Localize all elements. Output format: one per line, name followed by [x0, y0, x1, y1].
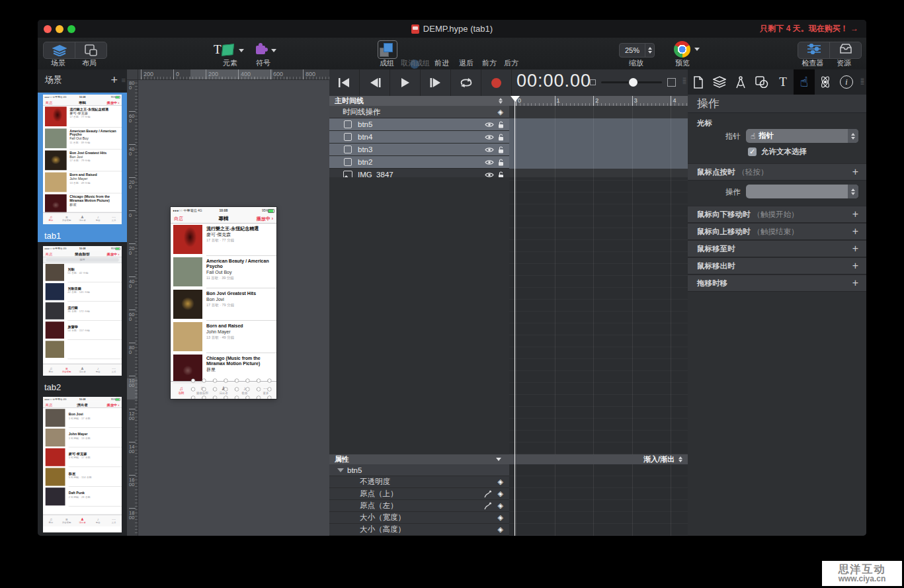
tab-metrics[interactable] [730, 69, 751, 95]
property-row[interactable]: 大小（宽度） ◈ [329, 512, 509, 524]
zoom-stepper-arrows[interactable] [645, 44, 654, 57]
album-row[interactable]: American Beauty / American Psycho Fall O… [171, 256, 276, 288]
properties-track-area[interactable] [509, 464, 688, 536]
playhead-marker-icon[interactable] [511, 96, 520, 102]
tab-text[interactable]: T [772, 69, 794, 95]
timeline-zoom-slider[interactable] [601, 81, 662, 83]
album-row[interactable]: 流行樂之王-永恆紀念精選 麥可·傑克森 17 首歌 · 77 分鐘 [171, 224, 276, 256]
lock-icon[interactable] [498, 121, 504, 128]
keyframe-diamond-icon[interactable]: ◈ [498, 108, 503, 116]
timeline-selector[interactable]: 主时间线 [329, 96, 509, 106]
properties-collapse-icon[interactable] [496, 458, 501, 461]
title-bar[interactable]: DEMP.hype (tab1) 只剩下 4 天。现在购买！ → [38, 20, 866, 38]
lock-icon[interactable] [498, 159, 504, 166]
next-frame-button[interactable] [421, 69, 451, 96]
record-button[interactable] [481, 69, 512, 96]
visibility-eye-icon[interactable] [485, 159, 494, 165]
element-checkbox-icon[interactable] [344, 146, 352, 153]
element-checkbox-icon[interactable] [344, 120, 352, 128]
property-row[interactable]: 大小（高度） ◈ [329, 524, 509, 536]
scenes-panel-menu-icon[interactable]: ≡ [122, 76, 126, 84]
timeline-actions-row[interactable]: 时间线操作 ◈ [329, 106, 509, 118]
now-playing-link[interactable]: 播放中 › [257, 216, 273, 222]
resources-toggle-button[interactable] [830, 42, 861, 58]
add-action-button[interactable]: + [852, 243, 858, 255]
play-button[interactable] [390, 69, 421, 96]
event-section[interactable]: 鼠标向下移动时 （触摸开始） + [688, 206, 866, 223]
jump-to-start-button[interactable] [329, 69, 360, 96]
add-action-button[interactable]: + [852, 166, 858, 178]
easing-curve-icon[interactable] [483, 502, 492, 510]
add-action-button[interactable]: + [852, 277, 858, 289]
timeline-menu-icon[interactable]: ≡≡ [682, 77, 686, 84]
previous-frame-button[interactable] [360, 69, 390, 96]
tab-document[interactable] [688, 69, 709, 95]
canvas-area[interactable]: 2000200400600800 80060040020002004006008… [127, 69, 330, 536]
easing-curve-icon[interactable] [483, 490, 492, 498]
loop-button[interactable] [451, 69, 481, 96]
add-action-button[interactable]: + [852, 260, 858, 272]
tab-element[interactable] [751, 69, 772, 95]
zoom-slider-knob[interactable] [629, 78, 637, 87]
btn2[interactable]: btn2 [329, 156, 509, 169]
event-section[interactable]: 鼠标向上移动时 （触摸结束） + [688, 223, 866, 240]
allow-text-selection-checkbox[interactable]: ✓ [748, 147, 757, 156]
keyframe-diamond-icon[interactable]: ◈ [498, 525, 503, 534]
keyframe-diamond-icon[interactable]: ◈ [498, 489, 503, 498]
visibility-eye-icon[interactable] [485, 147, 494, 153]
zoom-in-icon[interactable] [667, 78, 676, 87]
scene-thumbnail-3[interactable]: ●●●○○ 中華電信 4G 10:08 95% 商店 演出者 播放中 › [43, 397, 122, 532]
action-dropdown[interactable] [746, 185, 858, 198]
property-group-row[interactable]: btn5 [329, 464, 509, 476]
playhead-line[interactable] [514, 96, 515, 536]
pointer-dropdown[interactable]: ☝ 指针 [746, 129, 858, 143]
buy-now-link[interactable]: 只剩下 4 天。现在购买！ → [760, 20, 858, 38]
zoom-out-icon[interactable] [590, 79, 596, 85]
event-section[interactable]: 鼠标移至时 + [688, 240, 866, 257]
track-row-actions[interactable] [509, 106, 688, 118]
add-action-button[interactable]: + [852, 208, 858, 220]
keyframe-diamond-icon[interactable]: ◈ [498, 478, 503, 486]
add-scene-button[interactable]: + [110, 73, 118, 87]
inspector-toggle-button[interactable] [798, 42, 830, 58]
scenes-toggle-button[interactable] [44, 42, 75, 58]
visibility-eye-icon[interactable] [485, 122, 494, 128]
property-row[interactable]: 原点（上） ◈ [329, 488, 509, 500]
allow-text-selection-row[interactable]: ✓ 允许文本选择 [748, 147, 807, 157]
scene-thumbnail-tab2[interactable]: ●●●○○ 中華電信 4G 10:08 95% 商店 樂曲類型 播放中 › 搜尋 [43, 246, 122, 376]
time-ruler[interactable]: 01234 [509, 96, 688, 106]
keyframe-diamond-icon[interactable]: ◈ [498, 513, 503, 522]
group-button[interactable] [380, 42, 394, 57]
disclosure-triangle-icon[interactable] [337, 468, 344, 472]
track-empty-area[interactable] [509, 177, 688, 454]
layouts-toggle-button[interactable] [75, 42, 106, 58]
insert-element-button[interactable]: T [214, 42, 248, 59]
insert-symbol-button[interactable] [254, 42, 280, 59]
visibility-eye-icon[interactable] [485, 134, 494, 140]
album-row[interactable]: Born and Raised John Mayer 13 首歌 · 49 分鐘 [171, 321, 276, 353]
scene-item-tab1[interactable]: ●●●○○ 中華電信 4G 10:08 95% 商店 專輯 播放中 › [38, 93, 127, 242]
preview-chrome-button[interactable] [674, 41, 690, 58]
keyframe-diamond-icon[interactable]: ◈ [498, 501, 503, 510]
btn3[interactable]: btn3 [329, 144, 509, 156]
event-section[interactable]: 拖移时移 + [688, 274, 866, 292]
properties-header[interactable]: 属性 [329, 454, 509, 465]
pointer-dropdown-arrows[interactable] [848, 129, 858, 143]
property-row[interactable]: 不透明度 ◈ [329, 476, 509, 488]
lock-icon[interactable] [498, 134, 504, 141]
selection-handles[interactable] [188, 378, 276, 399]
inspector-menu-icon[interactable]: ≡≡ [860, 78, 864, 85]
tab-physics[interactable] [815, 69, 836, 95]
btn4[interactable]: btn4 [329, 131, 509, 144]
btn5[interactable]: btn5 [329, 118, 509, 131]
element-checkbox-icon[interactable] [344, 158, 352, 166]
action-dropdown-arrows[interactable] [848, 185, 858, 198]
tab-identity[interactable]: i [836, 69, 857, 95]
property-row[interactable]: 原点（左） ◈ [329, 500, 509, 512]
scene-item-tab2[interactable]: ●●●○○ 中華電信 4G 10:08 95% 商店 樂曲類型 播放中 › 搜尋 [38, 244, 127, 394]
tab-actions[interactable]: ☝ [794, 69, 815, 95]
track-row-image[interactable] [509, 169, 688, 177]
album-row[interactable]: Bon Jovi Greatest Hits Bon Jovi 17 首歌 · … [171, 288, 276, 321]
event-section[interactable]: 鼠标移出时 + [688, 257, 866, 274]
scene-thumbnail-tab1[interactable]: ●●●○○ 中華電信 4G 10:08 95% 商店 專輯 播放中 › [43, 95, 122, 224]
